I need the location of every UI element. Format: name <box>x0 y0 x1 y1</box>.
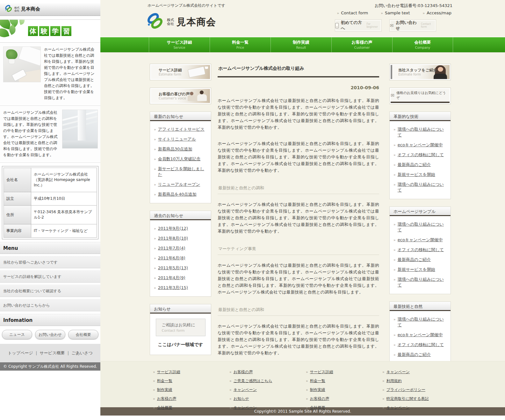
side-link[interactable]: 新規サービスを開始 <box>398 172 435 177</box>
side-link[interactable]: 最新商品のご紹介 <box>398 162 431 168</box>
side-link[interactable]: ecoキャンペーン開催中 <box>398 237 443 243</box>
footer-link[interactable]: 会社概要 <box>157 405 172 410</box>
footer-link[interactable]: 料金一覧 <box>310 378 325 384</box>
service-overview-link[interactable]: サービス概要 <box>40 350 65 356</box>
arrow-icon: » <box>393 268 396 272</box>
customer-voice-banner[interactable]: お客様の喜びの声 Customer's voice <box>150 88 211 104</box>
footer-link[interactable]: キャンペーン <box>234 387 257 393</box>
list-item: »お客様の声 <box>229 368 306 377</box>
archive-link[interactable]: 2011年6月(8) <box>158 255 185 261</box>
nav-item-price[interactable]: 料金一覧 Price <box>210 37 271 52</box>
archive-link[interactable]: 2011年3月(15) <box>158 285 188 291</box>
footer-link[interactable]: キャンペーン <box>386 369 410 375</box>
side-link[interactable]: 新規サービスを開始 <box>398 267 435 272</box>
company-button[interactable]: 会社概要 <box>68 330 98 339</box>
footer-link[interactable]: プライバシーポリシー <box>386 387 425 393</box>
side-link[interactable]: 環境への取り組みについて <box>398 316 448 328</box>
sidebar-item-contact[interactable]: お問い合わせはこちらから <box>0 299 100 311</box>
estimate-banner[interactable]: ✉ 価格のお見積りはお気軽にどうぞ <box>389 88 451 104</box>
footer-link[interactable]: お客様の声 <box>157 396 177 402</box>
news-link[interactable]: 新着商品30点追加 <box>158 146 192 152</box>
arrow-icon: » <box>393 353 396 357</box>
arrow-icon: » <box>154 167 156 171</box>
side-link[interactable]: 環境への取り組みについて <box>398 127 448 138</box>
footer-link[interactable]: 制作実績 <box>310 387 325 393</box>
table-row: 住所 〒012-3456 見本県見本市サンプル1-2 <box>4 206 97 224</box>
footer-link[interactable]: 特定商取引に関する表記 <box>386 396 429 402</box>
side-link[interactable]: オフィスの移転に関して <box>398 152 444 158</box>
arrow-icon: » <box>382 388 385 392</box>
list-item: »2011年4月(9) <box>154 273 208 283</box>
side-link[interactable]: オフィスの移転に関して <box>398 342 444 348</box>
footer-link[interactable]: お知らせ <box>234 396 249 402</box>
news-link[interactable]: 新サービスを開始しました <box>158 166 208 177</box>
header-logo[interactable]: 株式会社 見本商会 <box>146 13 216 31</box>
footer-link[interactable]: サービス詳細 <box>310 369 333 375</box>
side-link[interactable]: 環境への取り組みについて <box>398 221 448 233</box>
article-subheading: 最新技術と自然との調和 <box>218 185 379 194</box>
side-link[interactable]: 環境への取り組みについて <box>398 277 448 288</box>
footer-link[interactable]: お客様の声 <box>234 369 253 375</box>
company-name: 見本商会 <box>177 16 216 29</box>
nav-item-company[interactable]: 会社概要 Company <box>392 37 453 52</box>
nav-item-customer[interactable]: お客様の声 Customer <box>331 37 392 52</box>
news-link[interactable]: 新着商品を40点追加 <box>158 192 197 197</box>
footer-link[interactable]: サービス詳細 <box>157 369 180 375</box>
top-page-link[interactable]: トップページ <box>8 350 33 356</box>
footer-link[interactable]: 利用規約 <box>386 378 402 384</box>
archive-link[interactable]: 2011年5月(13) <box>158 265 188 271</box>
list-item: »お知らせ <box>229 395 306 403</box>
footer-link[interactable]: 料金一覧 <box>157 378 172 384</box>
footer-column-1: »サービス詳細 »料金一覧 »制作実績 »お客様の声 »会社概要 <box>153 368 229 407</box>
side-link[interactable]: オフィスの移転に関して <box>398 247 444 253</box>
table-row: 設立 平成10年1月10日 <box>4 192 97 206</box>
sidebar-item-company[interactable]: 当社の会社概要について確認する <box>0 284 100 297</box>
side-link[interactable]: 最新商品のご紹介 <box>398 352 431 358</box>
footer-link[interactable]: 制作実績 <box>157 387 172 393</box>
footer-link[interactable]: ご意見ご感想はこちら <box>234 378 272 384</box>
intro-block-2: ホームページサンプル株式会社では最新技術と自然との調和を目指します。革新的な技術… <box>0 106 100 163</box>
contact-button[interactable]: ✉ お問い合わせ Contact form <box>389 19 436 32</box>
footer-link[interactable]: キャンペーン <box>234 405 257 410</box>
archive-link[interactable]: 2011年4月(9) <box>158 275 185 281</box>
tech-box: 革新的な技術 »環境への取り組みについて »ecoキャンペーン開催中 »オフィス… <box>389 112 451 199</box>
archive-link[interactable]: 2011年9月(12) <box>158 226 188 231</box>
arrow-icon: » <box>154 137 156 141</box>
list-item: »新着商品を40点追加 <box>154 189 208 199</box>
consultation-banner[interactable]: ご相談はお気軽に Contact form <box>156 319 206 336</box>
company-info-table: 会社名 ホームページサンプル株式会社（英語表記 Homepage sample … <box>2 166 98 239</box>
list-item: »2011年6月(8) <box>154 253 208 263</box>
footer-link[interactable]: キャンペーン <box>386 405 410 410</box>
list-item: »2011年3月(15) <box>154 283 208 293</box>
staff-banner[interactable]: 当社スタッフをご紹介 Estimate form <box>389 64 451 80</box>
greeting-link[interactable]: ごあいさつ <box>71 350 93 356</box>
beginner-button[interactable]: 初めての方へ For beginner <box>335 19 382 32</box>
contact-form-link[interactable]: Contact form <box>341 11 368 15</box>
sample-text-link[interactable]: Sample text <box>385 11 410 15</box>
side-link[interactable]: 環境への取り組みについて <box>398 182 448 193</box>
archive-link[interactable]: 2011年8月(10) <box>158 235 188 241</box>
news-link[interactable]: リニューアルオープン <box>158 182 200 187</box>
arrow-icon: » <box>154 157 156 161</box>
mail-icon: ✉ <box>390 23 393 28</box>
archive-link[interactable]: 2011年7月(4) <box>158 245 185 251</box>
sidebar-item-service[interactable]: サービスの詳細を解説しています <box>0 270 100 283</box>
nav-item-result[interactable]: 制作実績 Result <box>271 37 331 52</box>
service-detail-banner[interactable]: サービス詳細 Estimate form <box>150 64 211 80</box>
news-link[interactable]: 会員数10万人突破記念 <box>158 156 201 162</box>
footer-link[interactable]: お客様の声 <box>310 396 329 402</box>
news-link[interactable]: アフィリエイトサービス <box>158 127 205 132</box>
side-link[interactable]: ecoキャンペーン開催中 <box>398 332 443 338</box>
sidebar-logo[interactable]: 株式会社 見本商会 <box>0 3 100 16</box>
nav-item-service[interactable]: サービス詳細 Service <box>149 37 210 52</box>
side-link[interactable]: 最新商品のご紹介 <box>398 257 431 263</box>
experience-banner[interactable]: 体 験 学 習 <box>0 20 100 43</box>
arrow-icon: » <box>382 379 385 383</box>
contact-button[interactable]: お問い合わせ <box>35 330 65 339</box>
news-link[interactable]: サイトリニューアル <box>158 136 196 142</box>
access-map-link[interactable]: Access/map <box>427 11 451 15</box>
sidebar-item-greeting[interactable]: 当社から皆様へごあいさつです <box>0 256 100 268</box>
news-button[interactable]: ニュース <box>2 330 32 339</box>
list-item: »お客様の声 <box>306 395 382 403</box>
side-link[interactable]: ecoキャンペーン開催中 <box>398 142 443 148</box>
